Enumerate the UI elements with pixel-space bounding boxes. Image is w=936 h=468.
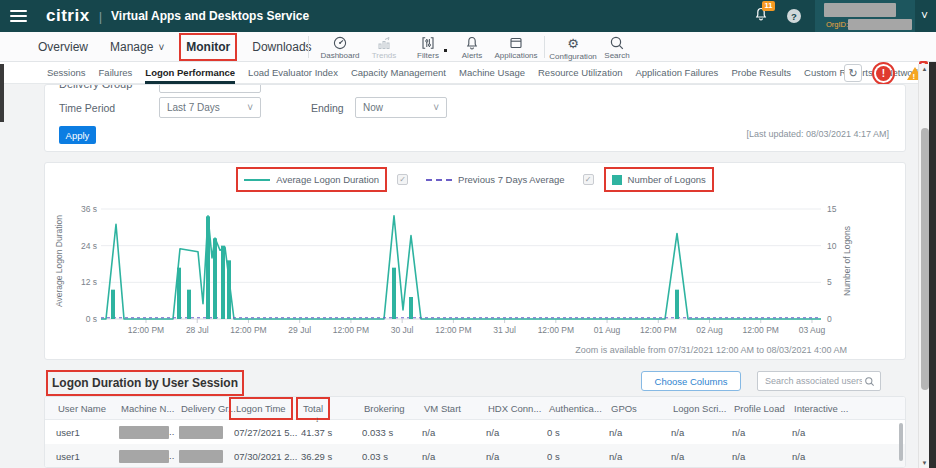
right-axis-title: Number of Logons bbox=[842, 201, 852, 321]
refresh-button[interactable]: ↻ bbox=[844, 64, 862, 82]
redacted-value bbox=[119, 450, 169, 463]
page-scrollbar[interactable]: ▲ ▼ bbox=[918, 64, 929, 468]
account-panel[interactable]: OrgID: bbox=[815, 0, 915, 32]
x-tick: 29 Jul bbox=[275, 325, 325, 335]
table-header-row: User NameMachine N...Delivery Gr...Logon… bbox=[45, 397, 905, 420]
table-cell: n/a bbox=[609, 427, 671, 438]
col-header-logon-time[interactable]: Logon Time bbox=[234, 402, 301, 415]
subnav-item-capacity-management[interactable]: Capacity Management bbox=[351, 63, 446, 84]
filters-menu-dot bbox=[444, 49, 447, 52]
logon-chart-plot[interactable] bbox=[101, 203, 821, 325]
legend-item-number-of-logons[interactable]: Number of Logons bbox=[609, 172, 709, 187]
left-edge-strip bbox=[0, 64, 4, 122]
tool-alerts[interactable]: Alerts bbox=[450, 35, 494, 60]
delivery-group-dropdown[interactable] bbox=[159, 84, 261, 93]
legend-checkbox[interactable]: ✓ bbox=[397, 174, 408, 185]
chart-legend: Average Logon Duration✓Previous 7 Days A… bbox=[45, 172, 905, 187]
col-header-total[interactable]: Total↓ bbox=[301, 402, 362, 415]
left-axis-title: Average Logon Duration bbox=[54, 201, 64, 321]
tool-label: Trends bbox=[372, 51, 397, 60]
nav-item-downloads[interactable]: Downloads bbox=[252, 40, 311, 54]
error-alert-icon[interactable]: ! bbox=[876, 66, 891, 81]
delivery-group-label: Delivery Group bbox=[59, 84, 132, 90]
choose-columns-button[interactable]: Choose Columns bbox=[641, 371, 741, 391]
apply-button[interactable]: Apply bbox=[59, 126, 96, 144]
x-tick: 12:00 PM bbox=[531, 325, 581, 335]
table-cell: 07/27/2021 5... bbox=[234, 427, 301, 438]
table-cell: 0.033 s bbox=[362, 427, 422, 438]
subnav-item-probe-results[interactable]: Probe Results bbox=[731, 63, 791, 84]
subnav-item-resource-utilization[interactable]: Resource Utilization bbox=[538, 63, 622, 84]
table-scrollbar[interactable] bbox=[899, 423, 903, 461]
redacted-value bbox=[179, 426, 223, 439]
x-tick: 12:00 PM bbox=[428, 325, 478, 335]
last-updated-text: [Last updated: 08/03/2021 4:17 AM] bbox=[746, 129, 889, 139]
ending-dropdown[interactable]: Now˅ bbox=[355, 97, 447, 118]
help-button[interactable]: ? bbox=[787, 9, 801, 23]
nav-item-overview[interactable]: Overview bbox=[38, 40, 88, 54]
table-row[interactable]: user1..07/30/2021 2...36.29 s0.03 sn/an/… bbox=[45, 444, 905, 468]
nav-item-monitor[interactable]: Monitor bbox=[186, 40, 230, 54]
table-cell: n/a bbox=[792, 427, 905, 438]
x-tick: 28 Jul bbox=[172, 325, 222, 335]
tool-dashboard[interactable]: Dashboard bbox=[318, 35, 362, 60]
legend-item-average-logon-duration[interactable]: Average Logon Duration bbox=[241, 172, 382, 187]
time-period-dropdown[interactable]: Last 7 Days˅ bbox=[159, 97, 261, 118]
subnav-item-machine-usage[interactable]: Machine Usage bbox=[459, 63, 525, 84]
app-root: citrix | Virtual Apps and Desktops Servi… bbox=[0, 0, 936, 468]
subnav-item-load-evaluator-index[interactable]: Load Evaluator Index bbox=[248, 63, 338, 84]
col-header-gpos[interactable]: GPOs bbox=[609, 402, 671, 415]
col-header-authentica[interactable]: Authentica... bbox=[547, 402, 609, 415]
x-tick: 12:00 PM bbox=[121, 325, 171, 335]
col-header-profile-load[interactable]: Profile Load bbox=[732, 402, 792, 415]
table-cell: n/a bbox=[671, 427, 732, 438]
col-header-user-name[interactable]: User Name bbox=[56, 402, 119, 415]
org-id-redacted bbox=[848, 19, 912, 30]
subnav-item-application-failures[interactable]: Application Failures bbox=[635, 63, 718, 84]
x-tick: 12:00 PM bbox=[223, 325, 273, 335]
col-header-interactive[interactable]: Interactive ... bbox=[792, 402, 905, 415]
tool-applications[interactable]: Applications bbox=[494, 35, 538, 60]
right-tick: 15 bbox=[827, 204, 861, 214]
subnav-item-sessions[interactable]: Sessions bbox=[47, 63, 86, 84]
left-tick: 0 s bbox=[63, 314, 97, 324]
legend-swatch-dashed bbox=[426, 179, 452, 181]
tool-label: Dashboard bbox=[320, 51, 359, 60]
col-header-hdx-conn[interactable]: HDX Conn... bbox=[486, 402, 547, 415]
subnav-item-logon-performance[interactable]: Logon Performance bbox=[145, 63, 235, 84]
page-content: Delivery Group Time Period Last 7 Days˅ … bbox=[0, 84, 936, 468]
hamburger-menu-icon[interactable] bbox=[0, 0, 38, 32]
table-row[interactable]: user1..07/27/2021 5...41.37 s0.033 sn/an… bbox=[45, 420, 905, 444]
left-tick: 36 s bbox=[63, 204, 97, 214]
subnav-item-failures[interactable]: Failures bbox=[99, 63, 133, 84]
account-chevron-down-icon[interactable]: ˅ bbox=[921, 10, 928, 22]
table-cell: n/a bbox=[671, 451, 732, 462]
table-cell: 41.37 s bbox=[301, 427, 362, 438]
notifications-button[interactable]: 11 bbox=[753, 6, 769, 26]
x-tick: 01 Aug bbox=[582, 325, 632, 335]
bell-icon bbox=[464, 35, 480, 51]
tool-filters[interactable]: Filters bbox=[406, 35, 450, 60]
col-header-machine-n[interactable]: Machine N... bbox=[119, 402, 179, 415]
col-header-brokering[interactable]: Brokering bbox=[362, 402, 422, 415]
table-cell: n/a bbox=[486, 427, 547, 438]
legend-checkbox[interactable]: ✓ bbox=[583, 174, 594, 185]
chevron-down-icon: ˅ bbox=[158, 42, 164, 53]
tool-label: Filters bbox=[417, 51, 439, 60]
col-header-logon-scri[interactable]: Logon Scri... bbox=[671, 402, 732, 415]
nav-items: OverviewManage˅MonitorDownloads bbox=[38, 32, 312, 62]
table-cell: n/a bbox=[422, 427, 486, 438]
nav-item-manage[interactable]: Manage˅ bbox=[110, 40, 164, 54]
tool-configuration[interactable]: ⚙Configuration bbox=[551, 34, 595, 61]
legend-item-previous-7-days-average[interactable]: Previous 7 Days Average bbox=[423, 172, 568, 187]
col-header-vm-start[interactable]: VM Start bbox=[422, 402, 486, 415]
x-tick: 02 Aug bbox=[685, 325, 735, 335]
filters-icon bbox=[420, 35, 436, 51]
search-users-box[interactable] bbox=[757, 371, 881, 391]
scrollbar-thumb[interactable] bbox=[921, 128, 929, 390]
subnav-items: SessionsFailuresLogon PerformanceLoad Ev… bbox=[47, 62, 921, 84]
table-cell: n/a bbox=[732, 427, 792, 438]
tool-search[interactable]: Search bbox=[595, 35, 639, 60]
search-users-input[interactable] bbox=[763, 375, 864, 387]
col-header-delivery-gr[interactable]: Delivery Gr... bbox=[179, 402, 234, 415]
